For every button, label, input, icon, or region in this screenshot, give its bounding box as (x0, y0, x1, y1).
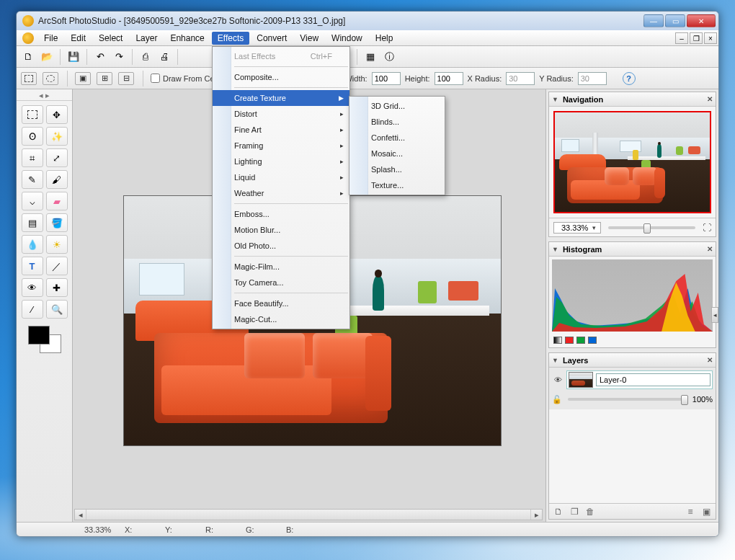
shape-rect-button[interactable] (21, 72, 37, 85)
scroll-right-button[interactable]: ▸ (530, 510, 542, 520)
marquee-tool[interactable] (22, 105, 43, 124)
menuitem-composite[interactable]: Composite... (213, 69, 349, 85)
xradius-input[interactable] (506, 72, 535, 85)
mdi-minimize-button[interactable]: – (675, 32, 688, 44)
app-menu-icon[interactable] (22, 32, 34, 44)
redeye-tool[interactable]: 👁 (22, 278, 43, 297)
menu-file[interactable]: File (38, 32, 63, 45)
menuitem-motion-blur[interactable]: Motion Blur... (213, 222, 349, 238)
menuitem-emboss[interactable]: Emboss... (213, 206, 349, 222)
horizontal-scrollbar[interactable]: ◂ ▸ (74, 509, 543, 520)
menu-window[interactable]: Window (326, 32, 368, 45)
delete-layer-button[interactable]: 🗑 (585, 507, 595, 517)
menu-effects[interactable]: Effects (212, 32, 249, 45)
menuitem-3d-grid[interactable]: 3D Grid... (349, 98, 445, 114)
gradient-tool[interactable]: ▤ (22, 213, 43, 232)
new-layer-button[interactable]: 🗋 (553, 507, 564, 517)
menu-layer[interactable]: Layer (130, 32, 163, 45)
pen-tool[interactable]: ✎ (22, 170, 43, 189)
line-tool[interactable]: ／ (46, 257, 68, 275)
menuitem-create-texture[interactable]: Create Texture▶ (213, 90, 349, 106)
menuitem-weather[interactable]: Weather▸ (213, 185, 349, 201)
menuitem-last-effects[interactable]: Last EffectsCtrl+F (213, 48, 349, 64)
menuitem-liquid[interactable]: Liquid▸ (213, 169, 349, 185)
lasso-tool[interactable]: ʘ (22, 127, 43, 146)
open-file-button[interactable]: 📂 (38, 48, 55, 66)
print-button[interactable]: 🖨 (156, 48, 173, 66)
eraser-tool[interactable]: ▰ (46, 192, 68, 210)
histogram-close-button[interactable]: ✕ (707, 245, 713, 253)
blur-tool[interactable]: 💧 (22, 235, 43, 254)
eyedropper-tool[interactable]: ⁄ (22, 300, 43, 319)
menu-view[interactable]: View (294, 32, 324, 45)
channel-blue-button[interactable] (588, 337, 597, 344)
chevron-down-icon[interactable]: ▼ (552, 96, 558, 103)
dock-collapse-button[interactable]: ◂ (711, 307, 718, 323)
menu-select[interactable]: Select (93, 32, 128, 45)
menuitem-face-beautify[interactable]: Face Beautify... (213, 295, 349, 311)
foreground-swatch[interactable] (28, 326, 50, 345)
layer-lock-toggle[interactable]: 🔓 (552, 395, 564, 404)
minimize-button[interactable]: — (643, 14, 664, 27)
transform-tool[interactable]: ⤢ (46, 148, 68, 167)
undo-button[interactable]: ↶ (92, 48, 109, 66)
menuitem-blinds[interactable]: Blinds... (349, 114, 445, 130)
acquire-button[interactable]: ⎙ (137, 48, 154, 66)
menuitem-magic-cut[interactable]: Magic-Cut... (213, 311, 349, 327)
menuitem-magic-film[interactable]: Magic-Film... (213, 259, 349, 275)
zoom-tool[interactable]: 🔍 (46, 300, 68, 319)
menu-convert[interactable]: Convert (251, 32, 293, 45)
crop-tool[interactable]: ⌗ (22, 148, 43, 167)
yradius-input[interactable] (578, 72, 607, 85)
menuitem-mosaic[interactable]: Mosaic... (349, 146, 445, 161)
menuitem-lighting[interactable]: Lighting▸ (213, 154, 349, 169)
menuitem-confetti[interactable]: Confetti... (349, 130, 445, 146)
zoom-dropdown[interactable]: 33.33% (553, 222, 601, 234)
options-help-button[interactable]: ? (623, 72, 636, 85)
layer-name-field[interactable]: Layer-0 (596, 373, 710, 386)
menuitem-splash[interactable]: Splash... (349, 161, 445, 177)
new-file-button[interactable]: 🗋 (19, 48, 37, 66)
width-input[interactable] (372, 72, 401, 85)
fit-screen-button[interactable]: ⛶ (703, 223, 711, 233)
menuitem-framing[interactable]: Framing▸ (213, 138, 349, 154)
menuitem-old-photo[interactable]: Old Photo... (213, 238, 349, 254)
palette-grip[interactable]: ◂ ▸ (17, 91, 72, 101)
bucket-tool[interactable]: 🪣 (46, 213, 68, 232)
channel-red-button[interactable] (565, 337, 574, 344)
brush-tool[interactable]: 🖌 (46, 170, 68, 189)
stamp-tool[interactable]: ⌵ (22, 192, 43, 210)
menu-help[interactable]: Help (370, 32, 399, 45)
chevron-down-icon[interactable]: ▼ (552, 246, 558, 253)
text-tool[interactable]: T (22, 257, 43, 275)
zoom-slider[interactable] (608, 226, 695, 229)
color-swatches[interactable] (28, 326, 61, 353)
scroll-left-button[interactable]: ◂ (75, 510, 86, 520)
layer-visibility-toggle[interactable]: 👁 (552, 375, 564, 384)
menu-edit[interactable]: Edit (65, 32, 92, 45)
menuitem-distort[interactable]: Distort▸ (213, 106, 349, 122)
shape-ellipse-button[interactable] (43, 72, 58, 85)
heal-tool[interactable]: ✚ (46, 278, 68, 297)
flatten-button[interactable]: ▣ (701, 507, 711, 517)
move-tool[interactable]: ✥ (46, 105, 68, 124)
menu-enhance[interactable]: Enhance (164, 32, 210, 45)
titlebar[interactable]: ArcSoft PhotoStudio - [3649500591_929e3c… (17, 12, 718, 30)
menuitem-toy-camera[interactable]: Toy Camera... (213, 275, 349, 290)
close-button[interactable]: ✕ (687, 14, 716, 27)
mdi-close-button[interactable]: × (704, 32, 717, 44)
navigation-thumbnail[interactable] (553, 111, 711, 213)
layer-row[interactable]: Layer-0 (566, 370, 713, 389)
info-button[interactable]: ⓘ (380, 48, 398, 66)
menuitem-fine-art[interactable]: Fine Art▸ (213, 122, 349, 138)
channel-green-button[interactable] (576, 337, 585, 344)
chevron-down-icon[interactable]: ▼ (552, 357, 558, 364)
merge-down-button[interactable]: ≡ (685, 507, 695, 517)
navigation-close-button[interactable]: ✕ (707, 95, 713, 103)
slideshow-button[interactable]: ▦ (362, 48, 379, 66)
channel-all-button[interactable] (553, 337, 562, 344)
menuitem-texture[interactable]: Texture... (349, 177, 445, 193)
mode-sub-button[interactable]: ⊟ (118, 72, 134, 85)
maximize-button[interactable]: ▭ (665, 14, 685, 27)
redo-button[interactable]: ↷ (110, 48, 128, 66)
